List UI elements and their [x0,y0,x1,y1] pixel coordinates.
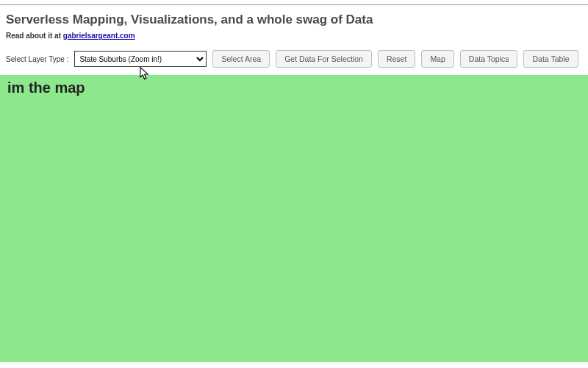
data-topics-button[interactable]: Data Topics [460,50,518,68]
get-data-button[interactable]: Get Data For Selection [276,50,372,68]
reset-button[interactable]: Reset [378,50,415,68]
subhead-link[interactable]: gabrielsargeant.com [63,32,135,40]
map-button[interactable]: Map [421,50,453,68]
layer-type-select[interactable]: State Suburbs (Zoom in!) [74,51,207,67]
select-area-button[interactable]: Select Area [212,50,270,68]
toolbar: Select Layer Type : State Suburbs (Zoom … [0,50,588,74]
subhead-prefix: Read about it at [6,32,63,40]
map-canvas[interactable]: im the map [0,75,588,362]
data-table-button[interactable]: Data Table [523,50,578,68]
map-placeholder-text: im the map [0,75,588,96]
subhead: Read about it at gabrielsargeant.com [0,32,588,50]
layer-type-label: Select Layer Type : [6,55,68,63]
page-title: Serverless Mapping, Visualizations, and … [0,5,588,32]
